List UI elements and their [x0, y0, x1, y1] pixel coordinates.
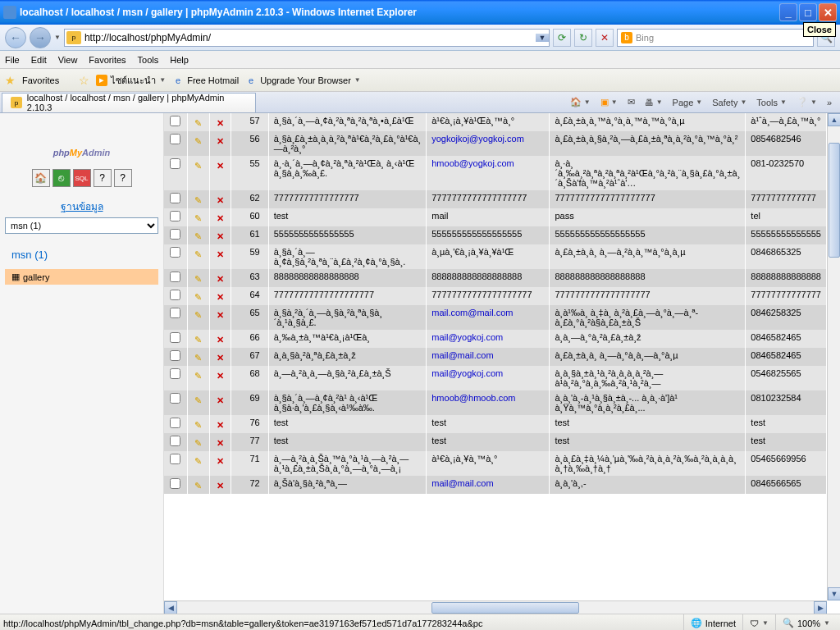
compat-button[interactable]: ⟳ [553, 29, 571, 47]
vertical-scrollbar[interactable]: ▲ ▼ [827, 113, 840, 600]
fav-hotmail[interactable]: eFree Hotmail [172, 75, 239, 86]
menu-file[interactable]: File [5, 55, 20, 65]
edit-icon[interactable]: ✎ [194, 371, 202, 381]
delete-icon[interactable]: ✕ [217, 395, 224, 405]
row-checkbox[interactable] [170, 229, 180, 240]
protected-mode[interactable]: 🛡▼ [742, 614, 775, 630]
favorites-label[interactable]: Favorites [22, 75, 59, 85]
email-link[interactable]: mail@yogkoj.com [431, 368, 503, 378]
edit-icon[interactable]: ✎ [194, 231, 202, 241]
row-checkbox[interactable] [170, 211, 180, 221]
row-checkbox[interactable] [170, 272, 180, 282]
row-checkbox[interactable] [170, 332, 180, 343]
url-dropdown[interactable]: ▼ [536, 34, 549, 42]
db-link[interactable]: msn (1) [5, 245, 158, 264]
mail-button[interactable]: ✉ [628, 97, 635, 107]
row-checkbox[interactable] [170, 116, 180, 126]
address-bar[interactable]: p http://localhost/phpMyAdmin/ ▼ [64, 29, 550, 47]
delete-icon[interactable]: ✕ [217, 136, 224, 146]
safety-menu[interactable]: Safety▼ [712, 98, 746, 107]
row-checkbox[interactable] [170, 418, 180, 428]
tools-menu[interactable]: Tools▼ [756, 98, 787, 107]
row-checkbox[interactable] [170, 350, 180, 361]
menu-favorites[interactable]: Favorites [89, 55, 126, 65]
delete-icon[interactable]: ✕ [217, 353, 224, 363]
fav-add-button[interactable]: ☆ [79, 74, 89, 87]
logout-icon[interactable]: ⎋ [52, 169, 71, 187]
database-select[interactable]: msn (1) [5, 217, 158, 234]
edit-icon[interactable]: ✎ [194, 249, 202, 259]
stop-button[interactable]: ✕ [596, 29, 614, 47]
delete-icon[interactable]: ✕ [217, 213, 224, 223]
menu-tools[interactable]: Tools [138, 55, 159, 65]
table-gallery[interactable]: ▦gallery [5, 269, 158, 285]
email-link[interactable]: mail.com@mail.com [431, 308, 513, 317]
overflow-button[interactable]: » [827, 98, 832, 107]
edit-icon[interactable]: ✎ [194, 456, 202, 466]
edit-icon[interactable]: ✎ [194, 136, 202, 146]
row-checkbox[interactable] [170, 290, 180, 300]
row-checkbox[interactable] [170, 393, 180, 404]
email-link[interactable]: mail@yogkoj.com [431, 332, 503, 342]
row-checkbox[interactable] [170, 436, 180, 446]
delete-icon[interactable]: ✕ [217, 161, 224, 171]
menu-help[interactable]: Help [170, 55, 189, 65]
query-icon[interactable]: ? [114, 169, 132, 187]
maximize-button[interactable]: □ [799, 3, 817, 21]
delete-icon[interactable]: ✕ [217, 456, 224, 466]
email-link[interactable]: hmoob@yogkoj.com [431, 158, 514, 168]
back-button[interactable]: ← [5, 27, 26, 48]
edit-icon[interactable]: ✎ [194, 395, 202, 405]
delete-icon[interactable]: ✕ [217, 249, 224, 259]
minimize-button[interactable]: _ [779, 3, 797, 21]
edit-icon[interactable]: ✎ [194, 274, 202, 284]
row-checkbox[interactable] [170, 368, 180, 379]
delete-icon[interactable]: ✕ [217, 371, 224, 381]
horizontal-scrollbar[interactable]: ◀ ▶ [164, 600, 827, 614]
delete-icon[interactable]: ✕ [217, 195, 224, 205]
close-button[interactable]: ✕ Close [819, 3, 837, 21]
nav-history-dropdown[interactable]: ▼ [54, 34, 61, 41]
scroll-left-icon[interactable]: ◀ [164, 601, 177, 614]
edit-icon[interactable]: ✎ [194, 292, 202, 302]
feeds-button[interactable]: ▣▼ [600, 97, 618, 107]
scroll-down-icon[interactable]: ▼ [828, 587, 840, 600]
home-button[interactable]: 🏠▼ [570, 97, 591, 107]
scroll-right-icon[interactable]: ▶ [814, 601, 827, 614]
delete-icon[interactable]: ✕ [217, 310, 224, 320]
fav-upgrade[interactable]: eUpgrade Your Browser ▼ [245, 75, 361, 86]
edit-icon[interactable]: ✎ [194, 353, 202, 363]
delete-icon[interactable]: ✕ [217, 438, 224, 448]
help-button[interactable]: ❔▼ [797, 97, 817, 107]
menu-edit[interactable]: Edit [31, 55, 47, 65]
delete-icon[interactable]: ✕ [217, 292, 224, 302]
edit-icon[interactable]: ✎ [194, 335, 202, 345]
row-checkbox[interactable] [170, 308, 180, 318]
row-checkbox[interactable] [170, 134, 180, 144]
page-menu[interactable]: Page▼ [673, 98, 703, 107]
edit-icon[interactable]: ✎ [194, 420, 202, 430]
delete-icon[interactable]: ✕ [217, 481, 224, 491]
sql-icon[interactable]: SQL [73, 169, 91, 187]
favorites-star-icon[interactable]: ★ [5, 74, 16, 87]
email-link[interactable]: mail@mail.com [431, 478, 493, 488]
email-link[interactable]: hmoob@hmoob.com [431, 393, 515, 403]
forward-button[interactable]: → [30, 27, 51, 48]
delete-icon[interactable]: ✕ [217, 420, 224, 430]
email-link[interactable]: mail@mail.com [431, 350, 493, 360]
print-button[interactable]: 🖶▼ [645, 98, 663, 107]
zoom-control[interactable]: 🔍100% ▼ [775, 614, 837, 630]
edit-icon[interactable]: ✎ [194, 195, 202, 205]
hscroll-thumb[interactable] [431, 602, 579, 614]
edit-icon[interactable]: ✎ [194, 118, 202, 128]
delete-icon[interactable]: ✕ [217, 335, 224, 345]
delete-icon[interactable]: ✕ [217, 274, 224, 284]
email-link[interactable]: yogkojkoj@yogkoj.com [431, 134, 524, 144]
row-checkbox[interactable] [170, 158, 180, 169]
edit-icon[interactable]: ✎ [194, 161, 202, 171]
fav-suggested[interactable]: ▸ไซต์แนะนำ ▼ [96, 73, 166, 88]
delete-icon[interactable]: ✕ [217, 231, 224, 241]
delete-icon[interactable]: ✕ [217, 118, 224, 128]
home-icon[interactable]: 🏠 [32, 169, 50, 187]
row-checkbox[interactable] [170, 454, 180, 464]
